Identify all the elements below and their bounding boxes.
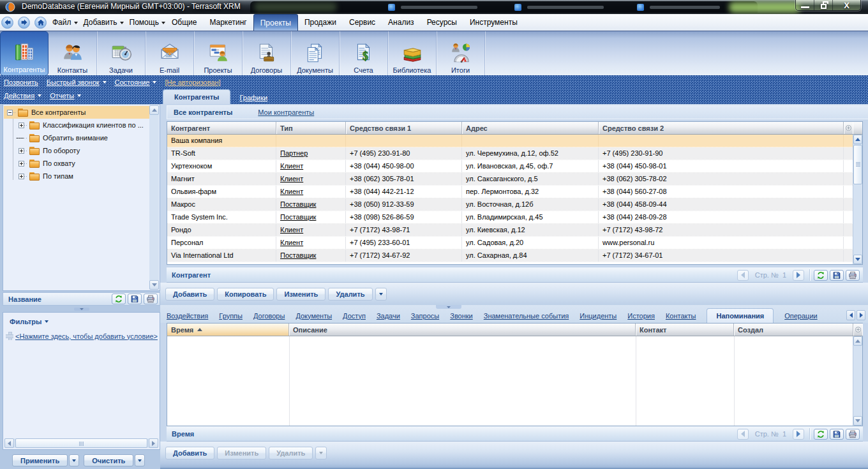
cell-type-link[interactable]: Поставщик (276, 211, 346, 223)
table-row[interactable]: Магнит Клиент +38 (062) 305-78-01 ул. Са… (167, 173, 862, 186)
delete-dropdown-button[interactable] (375, 288, 387, 301)
tree-scrollbar[interactable] (149, 105, 159, 290)
detail-tab[interactable]: Задачи (377, 312, 400, 320)
add-button[interactable]: Добавить (165, 288, 214, 301)
detail-tab[interactable]: Инциденты (580, 312, 617, 320)
detail-tab[interactable]: Доступ (343, 312, 366, 320)
detail-tab[interactable]: История (627, 312, 655, 320)
command-link[interactable]: Отчеты (50, 92, 81, 100)
table-row[interactable]: Укртехноком Клиент +38 (044) 450-98-00 у… (167, 160, 862, 173)
column-header[interactable]: Средство связи 1 (346, 122, 462, 134)
workspace-tab[interactable]: Сервис (343, 14, 382, 31)
apply-dropdown-button[interactable] (69, 454, 79, 466)
column-header-sorted[interactable]: Время (167, 324, 289, 336)
tree-item[interactable]: По типам (4, 170, 149, 182)
tree-expander-icon[interactable] (19, 135, 24, 141)
scroll-up-button[interactable] (853, 336, 862, 346)
print-button[interactable] (846, 270, 860, 281)
table-row[interactable]: Ольвия-фарм Клиент +38 (044) 442-21-12 п… (167, 186, 862, 198)
tree-expander-icon[interactable] (7, 110, 13, 115)
toolbar-button[interactable]: Итоги (437, 31, 485, 76)
add-button[interactable]: Добавить (165, 447, 214, 459)
detail-tab[interactable]: Знаменательные события (484, 312, 569, 320)
tree-item[interactable]: По обороту (4, 144, 149, 157)
table-row[interactable]: Via International Ltd Поставщик +7 (7172… (167, 249, 862, 262)
forward-button[interactable] (18, 17, 30, 29)
cell-type-link[interactable]: Клиент (276, 160, 346, 172)
refresh-button[interactable] (814, 429, 828, 440)
save-button[interactable] (830, 429, 844, 440)
scroll-down-button[interactable] (853, 416, 862, 426)
cell-type-link[interactable] (276, 135, 346, 147)
tree-item[interactable]: Обратить внимание (4, 131, 149, 144)
next-page-button[interactable] (793, 429, 804, 440)
clear-button[interactable]: Очистить (84, 454, 133, 466)
column-header[interactable]: Создал (734, 324, 853, 336)
toolbar-button[interactable]: Договоры (243, 31, 291, 76)
column-header[interactable]: Контрагент (167, 122, 276, 134)
filters-header[interactable]: Фильтры (10, 318, 160, 325)
delete-button-disabled[interactable]: Удалить (269, 447, 313, 459)
column-header[interactable]: Контакт (636, 324, 734, 336)
cell-type-link[interactable]: Клиент (276, 224, 346, 236)
scrollbar-thumb[interactable] (853, 145, 862, 184)
toolbar-button[interactable]: Контакты (49, 31, 97, 76)
column-header[interactable]: Тип (276, 122, 346, 134)
grid-vscrollbar[interactable] (853, 135, 862, 264)
column-customize-button[interactable] (853, 324, 862, 336)
detail-tab[interactable]: Напоминания (707, 308, 774, 323)
tree-expander-icon[interactable] (19, 174, 24, 179)
workspace-tab[interactable]: Ресурсы (421, 14, 463, 31)
back-button[interactable] (1, 17, 13, 29)
minimize-button[interactable] (796, 0, 814, 11)
tree-item[interactable]: По охвату (4, 157, 149, 170)
close-button[interactable]: X (833, 0, 860, 11)
toolbar-button[interactable]: Библиотека (388, 31, 437, 76)
workspace-tab[interactable]: Маркетинг (203, 14, 253, 31)
command-link[interactable]: Действия (4, 92, 41, 100)
tabs-scroll-right-button[interactable] (857, 310, 865, 320)
view-all-selected[interactable]: Все контрагенты (174, 108, 232, 116)
command-link[interactable]: Быстрый звонок (47, 78, 107, 86)
prev-page-button[interactable] (737, 429, 749, 440)
restore-button[interactable] (814, 0, 833, 11)
edit-button[interactable]: Изменить (276, 288, 326, 301)
detail-tab[interactable]: Контакты (666, 312, 696, 320)
tree-expander-icon[interactable] (19, 123, 24, 128)
column-header[interactable]: Средство связи 2 (599, 122, 844, 134)
detail-tab[interactable]: Группы (219, 312, 243, 320)
save-button[interactable] (830, 270, 844, 281)
column-customize-button[interactable] (844, 122, 853, 134)
add-condition-link[interactable]: <Нажмите здесь, чтобы добавить условие> (15, 332, 158, 340)
detail-tab[interactable]: Документы (296, 312, 332, 320)
workspace-tab[interactable]: Анализ (382, 14, 421, 31)
clear-dropdown-button[interactable] (135, 454, 145, 466)
next-page-button[interactable] (793, 270, 804, 281)
refresh-button[interactable] (814, 270, 828, 281)
workspace-tab[interactable]: Продажи (298, 14, 343, 31)
table-row[interactable]: Макрос Поставщик +38 (050) 912-33-59 ул.… (167, 198, 862, 211)
toolbar-button[interactable]: Контрагенты (0, 31, 49, 76)
prev-page-button[interactable] (737, 270, 749, 281)
command-link[interactable]: [Не авторизован] (165, 78, 220, 86)
filters-hscrollbar[interactable] (4, 438, 158, 448)
tree-item[interactable]: Классификация клиентов по ... (4, 119, 149, 131)
command-link[interactable]: Позвонить (4, 78, 38, 86)
tree-item[interactable]: Все контрагенты (4, 106, 149, 119)
cell-type-link[interactable]: Партнер (276, 147, 346, 160)
copy-button[interactable]: Копировать (217, 288, 274, 301)
table-row[interactable]: Рондо Клиент +7 (7172) 43-98-71 ул. Киев… (167, 224, 862, 237)
cell-type-link[interactable]: Клиент (276, 173, 346, 185)
table-row[interactable]: Ваша компания (167, 135, 862, 147)
toolbar-button[interactable]: Проекты (194, 31, 243, 76)
scroll-down-button[interactable] (149, 280, 159, 290)
view-my-link[interactable]: Мои контрагенты (258, 108, 314, 116)
scroll-up-button[interactable] (149, 105, 159, 115)
apply-button[interactable]: Применить (12, 454, 68, 466)
refresh-button[interactable] (112, 294, 126, 304)
column-header[interactable]: Описание (289, 324, 636, 336)
table-row[interactable]: Персонал Клиент +7 (495) 233-60-01 ул. С… (167, 237, 862, 249)
toolbar-button[interactable]: E-mail (146, 31, 194, 76)
menu-item[interactable]: Добавить (84, 18, 124, 27)
menu-item[interactable]: Файл (52, 18, 78, 27)
